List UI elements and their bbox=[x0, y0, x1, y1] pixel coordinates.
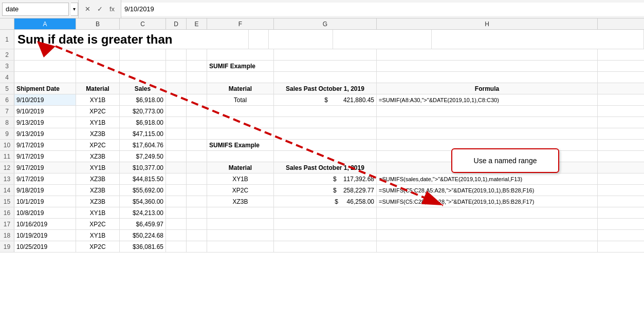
cell-b4[interactable] bbox=[76, 72, 120, 83]
cell-c13[interactable]: $44,815.50 bbox=[120, 173, 166, 184]
cell-g9[interactable] bbox=[274, 128, 377, 139]
cell-a14[interactable]: 9/18/2019 bbox=[14, 185, 76, 196]
cell-g14[interactable]: $ 258,229.77 bbox=[274, 185, 377, 196]
cell-h6[interactable]: =SUMIF(A8:A30,">"&DATE(2019,10,1),C8:C30… bbox=[377, 94, 598, 105]
cell-f16[interactable] bbox=[207, 207, 274, 218]
cell-h15[interactable]: =SUMIFS(C5:C28,A5:A28,">"&DATE(2019,10,1… bbox=[377, 196, 598, 207]
cell-b18[interactable]: XY1B bbox=[76, 230, 120, 241]
formula-input[interactable] bbox=[121, 3, 644, 16]
cell-f18[interactable] bbox=[207, 230, 274, 241]
cell-f10[interactable]: SUMIFS Example bbox=[207, 140, 274, 150]
cell-g10[interactable] bbox=[274, 140, 377, 150]
cell-h7[interactable] bbox=[377, 106, 598, 116]
insert-function-button[interactable]: fx bbox=[106, 4, 118, 15]
cell-e15[interactable] bbox=[187, 196, 207, 207]
cell-g12[interactable]: Sales Past October 1, 2019 bbox=[274, 162, 377, 173]
cell-d8[interactable] bbox=[166, 117, 187, 128]
cell-d5[interactable] bbox=[166, 83, 187, 94]
cell-b10[interactable]: XP2C bbox=[76, 140, 120, 150]
cell-d15[interactable] bbox=[166, 196, 187, 207]
cell-a13[interactable]: 9/17/2019 bbox=[14, 173, 76, 184]
cell-d2[interactable] bbox=[166, 49, 187, 60]
cell-d18[interactable] bbox=[166, 230, 187, 241]
cell-g19[interactable] bbox=[274, 241, 377, 252]
cell-a17[interactable]: 10/16/2019 bbox=[14, 219, 76, 229]
cell-b19[interactable]: XP2C bbox=[76, 241, 120, 252]
cell-f7[interactable] bbox=[207, 106, 274, 116]
cell-f4[interactable] bbox=[207, 72, 274, 83]
cell-c7[interactable]: $20,773.00 bbox=[120, 106, 166, 116]
cell-g1[interactable] bbox=[333, 30, 432, 49]
col-header-b[interactable]: B bbox=[76, 18, 120, 29]
cell-e10[interactable] bbox=[187, 140, 207, 150]
cell-b5[interactable]: Material bbox=[76, 83, 120, 94]
cell-a6[interactable]: 9/10/2019 bbox=[14, 94, 76, 105]
cell-c19[interactable]: $36,081.65 bbox=[120, 241, 166, 252]
cell-b12[interactable]: XY1B bbox=[76, 162, 120, 173]
cell-h14[interactable]: =SUMIFS(C5:C28,A5:A28,">"&DATE(2019,10,1… bbox=[377, 185, 598, 196]
cell-c9[interactable]: $47,115.00 bbox=[120, 128, 166, 139]
cell-e4[interactable] bbox=[187, 72, 207, 83]
col-header-d[interactable]: D bbox=[166, 18, 187, 29]
cell-e2[interactable] bbox=[187, 49, 207, 60]
cell-f8[interactable] bbox=[207, 117, 274, 128]
cell-a2[interactable] bbox=[14, 49, 76, 60]
cell-g3[interactable] bbox=[274, 61, 377, 71]
cell-f12[interactable]: Material bbox=[207, 162, 274, 173]
cell-c11[interactable]: $7,249.50 bbox=[120, 151, 166, 162]
cell-b2[interactable] bbox=[76, 49, 120, 60]
cell-f1[interactable] bbox=[269, 30, 333, 49]
cell-b17[interactable]: XP2C bbox=[76, 219, 120, 229]
cell-c17[interactable]: $6,459.97 bbox=[120, 219, 166, 229]
cell-f15[interactable]: XZ3B bbox=[207, 196, 274, 207]
cell-a10[interactable]: 9/17/2019 bbox=[14, 140, 76, 150]
cell-e14[interactable] bbox=[187, 185, 207, 196]
cell-b14[interactable]: XZ3B bbox=[76, 185, 120, 196]
col-header-a[interactable]: A bbox=[14, 18, 76, 29]
cell-d13[interactable] bbox=[166, 173, 187, 184]
cell-e13[interactable] bbox=[187, 173, 207, 184]
cell-d4[interactable] bbox=[166, 72, 187, 83]
cell-f6[interactable]: Total bbox=[207, 94, 274, 105]
cell-c6[interactable]: $6,918.00 bbox=[120, 94, 166, 105]
cell-c8[interactable]: $6,918.00 bbox=[120, 117, 166, 128]
cell-a9[interactable]: 9/13/2019 bbox=[14, 128, 76, 139]
cell-g17[interactable] bbox=[274, 219, 377, 229]
cancel-formula-button[interactable]: ✕ bbox=[82, 4, 93, 15]
cell-h1[interactable] bbox=[432, 30, 644, 49]
cell-f3[interactable]: SUMIF Example bbox=[207, 61, 274, 71]
cell-c10[interactable]: $17,604.76 bbox=[120, 140, 166, 150]
cell-g6[interactable]: $ 421,880.45 bbox=[274, 94, 377, 105]
cell-h2[interactable] bbox=[377, 49, 598, 60]
cell-c16[interactable]: $24,213.00 bbox=[120, 207, 166, 218]
cell-e16[interactable] bbox=[187, 207, 207, 218]
cell-h13[interactable]: =SUMIFS(sales,date,">"&DATE(2019,10,1),m… bbox=[377, 173, 598, 184]
col-header-e[interactable]: E bbox=[187, 18, 207, 29]
cell-g2[interactable] bbox=[274, 49, 377, 60]
cell-d12[interactable] bbox=[166, 162, 187, 173]
cell-e12[interactable] bbox=[187, 162, 207, 173]
cell-a4[interactable] bbox=[14, 72, 76, 83]
cell-g15[interactable]: $ 46,258.00 bbox=[274, 196, 377, 207]
cell-a8[interactable]: 9/13/2019 bbox=[14, 117, 76, 128]
cell-b9[interactable]: XZ3B bbox=[76, 128, 120, 139]
cell-d6[interactable] bbox=[166, 94, 187, 105]
cell-e3[interactable] bbox=[187, 61, 207, 71]
cell-b3[interactable] bbox=[76, 61, 120, 71]
cell-h19[interactable] bbox=[377, 241, 598, 252]
cell-a7[interactable]: 9/10/2019 bbox=[14, 106, 76, 116]
cell-a15[interactable]: 10/1/2019 bbox=[14, 196, 76, 207]
cell-e5[interactable] bbox=[187, 83, 207, 94]
cell-a3[interactable] bbox=[14, 61, 76, 71]
col-header-c[interactable]: C bbox=[120, 18, 166, 29]
cell-g18[interactable] bbox=[274, 230, 377, 241]
cell-g16[interactable] bbox=[274, 207, 377, 218]
cell-f5[interactable]: Material bbox=[207, 83, 274, 94]
cell-f9[interactable] bbox=[207, 128, 274, 139]
cell-h5[interactable]: Formula bbox=[377, 83, 598, 94]
cell-d11[interactable] bbox=[166, 151, 187, 162]
cell-h9[interactable] bbox=[377, 128, 598, 139]
cell-c5[interactable]: Sales bbox=[120, 83, 166, 94]
cell-h8[interactable] bbox=[377, 117, 598, 128]
cell-b7[interactable]: XP2C bbox=[76, 106, 120, 116]
